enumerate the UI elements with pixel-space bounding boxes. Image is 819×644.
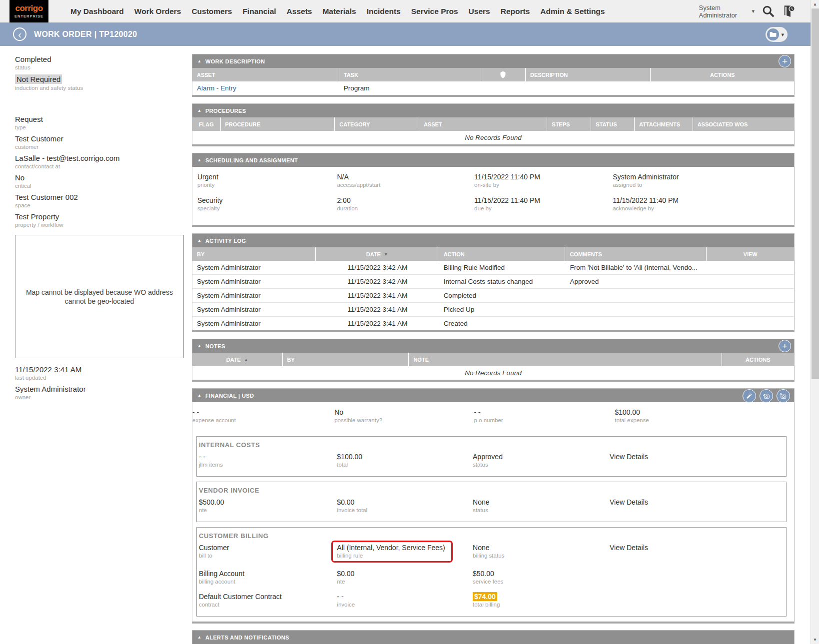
financial-header[interactable]: ▲ FINANCIAL | USD: [192, 389, 794, 402]
action-cell: Created: [439, 320, 566, 327]
comments-cell: From 'Not Billable' to 'All (Internal, V…: [565, 264, 707, 271]
nav-item-users[interactable]: Users: [469, 7, 490, 16]
section-alerts: ▲ ALERTS AND NOTIFICATIONS NAME SENT TO …: [192, 630, 795, 644]
logout-timeclock-icon[interactable]: [782, 4, 796, 18]
property-link[interactable]: Test Property: [15, 212, 185, 221]
nav-item-admin-settings[interactable]: Admin & Settings: [540, 7, 605, 16]
date-cell: 11/15/2022 3:41 AM: [316, 292, 439, 299]
nav-item-my-dashboard[interactable]: My Dashboard: [70, 7, 124, 16]
edit-receipt-icon[interactable]: [760, 389, 773, 403]
activity-log-columns: BY DATE ▼ ACTION COMMENTS VIEW: [192, 247, 794, 261]
asset-link[interactable]: Alarm - Entry: [197, 84, 236, 92]
scroll-down-arrow[interactable]: ▼: [811, 636, 819, 644]
space-link[interactable]: Test Customer 002: [15, 193, 185, 201]
col-date[interactable]: DATE ▲: [192, 353, 283, 366]
priority-value: Urgent: [197, 173, 337, 181]
expense-account-field: - - expense account: [192, 408, 334, 423]
customer-billing-title: CUSTOMER BILLING: [197, 531, 786, 544]
internal-view-details-link[interactable]: View Details: [610, 453, 784, 461]
vertical-scrollbar[interactable]: ▲ ▼: [811, 0, 819, 644]
section-scheduling: ▲ SCHEDULING AND ASSIGNMENT Urgent prior…: [192, 153, 795, 227]
notes-header[interactable]: ▲ NOTES +: [192, 339, 794, 353]
customer-link[interactable]: Test Customer: [15, 134, 185, 143]
nav-item-incidents[interactable]: Incidents: [367, 7, 401, 16]
col-note[interactable]: NOTE: [409, 353, 722, 366]
po-number-field: - - p.o.number: [474, 408, 615, 423]
property-field: Test Property property / workflow: [15, 212, 185, 228]
scheduling-header[interactable]: ▲ SCHEDULING AND ASSIGNMENT: [192, 153, 794, 167]
by-cell: System Administrator: [192, 306, 316, 313]
contract-field: Default Customer Contract contract: [199, 593, 337, 608]
sort-asc-icon: ▲: [244, 357, 248, 362]
nav-item-assets[interactable]: Assets: [287, 7, 312, 16]
owner-link[interactable]: System Administrator: [15, 385, 185, 393]
warranty-label: possible warranty?: [334, 417, 474, 423]
work-order-sidebar: Completed status Not Required induction …: [15, 55, 185, 404]
col-actions: ACTIONS: [651, 68, 794, 81]
page-header: ‹ WORK ORDER | TP120020 ▾: [0, 22, 811, 46]
procedures-empty-message: No Records Found: [192, 131, 794, 144]
col-safety: [481, 68, 526, 81]
search-icon[interactable]: [762, 4, 775, 18]
col-action[interactable]: ACTION: [439, 247, 566, 261]
by-cell: System Administrator: [192, 320, 316, 327]
billing-rule-label: billing rule: [337, 553, 445, 559]
scroll-up-arrow[interactable]: ▲: [811, 0, 819, 8]
col-date[interactable]: DATE ▼: [316, 247, 439, 261]
add-work-item-button[interactable]: +: [779, 55, 791, 67]
nav-item-reports[interactable]: Reports: [501, 7, 530, 16]
invoice-total-value: $0.00: [337, 498, 473, 506]
procedures-header[interactable]: ▲ PROCEDURES: [192, 104, 794, 117]
access-field: N/A access/appt/start: [337, 173, 474, 188]
scrollbar-thumb[interactable]: [812, 8, 819, 379]
nav-item-work-orders[interactable]: Work Orders: [134, 7, 181, 16]
activity-row: System Administrator 11/15/2022 3:41 AM …: [192, 317, 794, 330]
back-button[interactable]: ‹: [13, 27, 26, 41]
internal-costs-box: INTERNAL COSTS - - jllm items $100.00 to…: [196, 436, 787, 477]
action-cell: Picked Up: [439, 306, 566, 313]
action-cell: Completed: [439, 292, 566, 299]
col-actions: ACTIONS: [722, 353, 794, 366]
contact-link[interactable]: LaSalle - test@test.corrigo.com: [15, 154, 185, 162]
nav-item-materials[interactable]: Materials: [322, 7, 356, 16]
send-receipt-icon[interactable]: [777, 389, 790, 403]
total-billing-label: total billing: [473, 602, 610, 608]
scheduling-body: Urgent priority N/A access/appt/start 11…: [192, 167, 794, 225]
user-menu-caret-icon[interactable]: ▾: [752, 8, 755, 14]
status-value: Completed: [15, 55, 185, 63]
work-description-header[interactable]: ▲ WORK DESCRIPTION +: [192, 54, 794, 68]
edit-financial-icon[interactable]: [743, 389, 756, 403]
nav-item-service-pros[interactable]: Service Pros: [411, 7, 458, 16]
action-cell: Internal Costs status changed: [439, 278, 566, 285]
logo-text: corrigo: [15, 4, 42, 12]
alerts-header[interactable]: ▲ ALERTS AND NOTIFICATIONS: [192, 631, 794, 644]
col-by[interactable]: BY: [283, 353, 409, 366]
total-expense-field: $100.00 total expense: [615, 408, 794, 423]
due-by-value: 11/15/2022 11:40 PM: [474, 196, 613, 204]
activity-row: System Administrator 11/15/2022 3:42 AM …: [192, 261, 794, 275]
acknowledge-by-value: 11/15/2022 11:40 PM: [613, 196, 789, 204]
assigned-to-link[interactable]: System Administrator: [613, 173, 789, 181]
onsite-by-field: 11/15/2022 11:40 PM on-site by: [474, 173, 613, 188]
critical-label: critical: [15, 183, 185, 189]
section-title: ALERTS AND NOTIFICATIONS: [205, 635, 289, 641]
collapse-icon: ▲: [197, 344, 201, 348]
back-icon: ‹: [18, 29, 21, 40]
collapse-icon: ▲: [197, 158, 201, 162]
col-by[interactable]: BY: [192, 247, 316, 261]
activity-log-header[interactable]: ▲ ACTIVITY LOG: [192, 234, 794, 247]
vendor-view-details-link[interactable]: View Details: [610, 498, 784, 506]
work-order-actions-button[interactable]: ▾: [766, 27, 788, 42]
corrigo-logo[interactable]: corrigo ENTERPRISE: [9, 0, 48, 22]
billing-account-link[interactable]: Billing Account: [199, 570, 337, 578]
nav-item-financial[interactable]: Financial: [242, 7, 276, 16]
specialty-field: Security specialty: [197, 196, 337, 211]
assigned-to-label: assigned to: [613, 182, 789, 188]
billing-view-details-link[interactable]: View Details: [610, 544, 784, 552]
col-comments[interactable]: COMMENTS: [565, 247, 707, 261]
nav-item-customers[interactable]: Customers: [191, 7, 232, 16]
contract-link[interactable]: Default Customer Contract: [199, 593, 337, 601]
vendor-status-label: status: [473, 507, 610, 513]
user-menu-label[interactable]: System Administrator: [699, 4, 745, 19]
add-note-button[interactable]: +: [779, 340, 791, 352]
